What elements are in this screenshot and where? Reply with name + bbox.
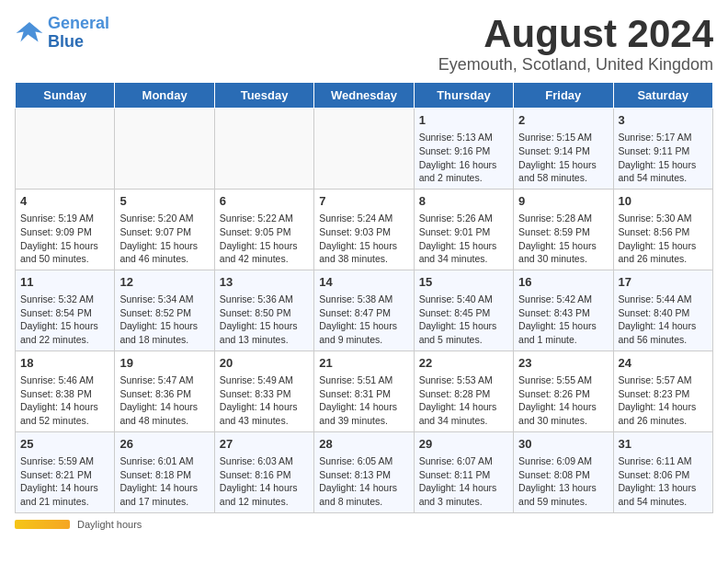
cell-1-0: 4Sunrise: 5:19 AM Sunset: 9:09 PM Daylig…: [16, 189, 115, 270]
day-number: 9: [518, 193, 608, 210]
header-monday: Monday: [115, 83, 214, 109]
day-info: Sunrise: 5:38 AM Sunset: 8:47 PM Dayligh…: [319, 293, 408, 347]
day-info: Sunrise: 5:36 AM Sunset: 8:50 PM Dayligh…: [220, 293, 309, 347]
day-info: Sunrise: 5:26 AM Sunset: 9:01 PM Dayligh…: [419, 212, 508, 266]
header-wednesday: Wednesday: [314, 83, 414, 109]
day-info: Sunrise: 6:05 AM Sunset: 8:13 PM Dayligh…: [319, 454, 408, 509]
cell-0-4: 1Sunrise: 5:13 AM Sunset: 9:16 PM Daylig…: [414, 109, 513, 190]
day-number: 1: [419, 112, 508, 129]
day-info: Sunrise: 5:42 AM Sunset: 8:43 PM Dayligh…: [518, 293, 608, 347]
day-number: 13: [220, 274, 309, 291]
daylight-bar-icon: [15, 520, 70, 529]
logo-text: General Blue: [48, 15, 109, 52]
cell-3-4: 22Sunrise: 5:53 AM Sunset: 8:28 PM Dayli…: [414, 350, 513, 431]
day-info: Sunrise: 5:30 AM Sunset: 8:56 PM Dayligh…: [619, 212, 708, 266]
day-info: Sunrise: 6:07 AM Sunset: 8:11 PM Dayligh…: [419, 454, 508, 509]
cell-2-3: 14Sunrise: 5:38 AM Sunset: 8:47 PM Dayli…: [314, 270, 414, 350]
cell-4-6: 31Sunrise: 6:11 AM Sunset: 8:06 PM Dayli…: [613, 431, 712, 512]
week-row-2: 4Sunrise: 5:19 AM Sunset: 9:09 PM Daylig…: [16, 189, 713, 270]
cell-1-6: 10Sunrise: 5:30 AM Sunset: 8:56 PM Dayli…: [613, 189, 712, 270]
day-info: Sunrise: 5:13 AM Sunset: 9:16 PM Dayligh…: [419, 131, 508, 185]
header-thursday: Thursday: [414, 83, 513, 109]
calendar-table: Sunday Monday Tuesday Wednesday Thursday…: [15, 82, 713, 513]
cell-3-3: 21Sunrise: 5:51 AM Sunset: 8:31 PM Dayli…: [314, 350, 414, 431]
day-info: Sunrise: 5:44 AM Sunset: 8:40 PM Dayligh…: [619, 293, 708, 347]
day-info: Sunrise: 5:47 AM Sunset: 8:36 PM Dayligh…: [119, 373, 209, 428]
day-info: Sunrise: 5:57 AM Sunset: 8:23 PM Dayligh…: [619, 373, 708, 428]
day-info: Sunrise: 5:32 AM Sunset: 8:54 PM Dayligh…: [20, 293, 109, 347]
cell-2-2: 13Sunrise: 5:36 AM Sunset: 8:50 PM Dayli…: [214, 270, 313, 350]
day-info: Sunrise: 6:09 AM Sunset: 8:08 PM Dayligh…: [518, 454, 608, 509]
week-row-3: 11Sunrise: 5:32 AM Sunset: 8:54 PM Dayli…: [16, 270, 713, 350]
day-info: Sunrise: 5:49 AM Sunset: 8:33 PM Dayligh…: [220, 373, 309, 428]
cell-0-1: [115, 109, 214, 190]
day-info: Sunrise: 6:03 AM Sunset: 8:16 PM Dayligh…: [220, 454, 309, 509]
cell-3-1: 19Sunrise: 5:47 AM Sunset: 8:36 PM Dayli…: [115, 350, 214, 431]
day-number: 23: [518, 355, 608, 372]
day-info: Sunrise: 5:28 AM Sunset: 8:59 PM Dayligh…: [518, 212, 608, 266]
day-number: 15: [419, 274, 508, 291]
calendar-header: Sunday Monday Tuesday Wednesday Thursday…: [16, 83, 713, 109]
cell-2-0: 11Sunrise: 5:32 AM Sunset: 8:54 PM Dayli…: [16, 270, 115, 350]
day-number: 28: [319, 436, 408, 453]
day-info: Sunrise: 5:20 AM Sunset: 9:07 PM Dayligh…: [119, 212, 209, 266]
day-number: 27: [220, 436, 309, 453]
cell-1-3: 7Sunrise: 5:24 AM Sunset: 9:03 PM Daylig…: [314, 189, 414, 270]
cell-3-0: 18Sunrise: 5:46 AM Sunset: 8:38 PM Dayli…: [16, 350, 115, 431]
day-number: 20: [220, 355, 309, 372]
day-number: 30: [518, 436, 608, 453]
calendar-body: 1Sunrise: 5:13 AM Sunset: 9:16 PM Daylig…: [16, 109, 713, 513]
day-number: 4: [20, 193, 109, 210]
day-number: 12: [119, 274, 209, 291]
day-number: 19: [119, 355, 209, 372]
cell-4-1: 26Sunrise: 6:01 AM Sunset: 8:18 PM Dayli…: [115, 431, 214, 512]
day-info: Sunrise: 5:46 AM Sunset: 8:38 PM Dayligh…: [20, 373, 109, 428]
title-area: August 2024 Eyemouth, Scotland, United K…: [438, 15, 713, 75]
cell-0-6: 3Sunrise: 5:17 AM Sunset: 9:11 PM Daylig…: [613, 109, 712, 190]
day-info: Sunrise: 5:24 AM Sunset: 9:03 PM Dayligh…: [319, 212, 408, 266]
header-row: Sunday Monday Tuesday Wednesday Thursday…: [16, 83, 713, 109]
day-info: Sunrise: 5:15 AM Sunset: 9:14 PM Dayligh…: [518, 131, 608, 185]
day-number: 2: [518, 112, 608, 129]
cell-3-2: 20Sunrise: 5:49 AM Sunset: 8:33 PM Dayli…: [214, 350, 313, 431]
cell-1-5: 9Sunrise: 5:28 AM Sunset: 8:59 PM Daylig…: [514, 189, 613, 270]
day-number: 8: [419, 193, 508, 210]
cell-1-1: 5Sunrise: 5:20 AM Sunset: 9:07 PM Daylig…: [115, 189, 214, 270]
cell-4-4: 29Sunrise: 6:07 AM Sunset: 8:11 PM Dayli…: [414, 431, 513, 512]
cell-3-6: 24Sunrise: 5:57 AM Sunset: 8:23 PM Dayli…: [613, 350, 712, 431]
day-number: 24: [619, 355, 708, 372]
cell-2-1: 12Sunrise: 5:34 AM Sunset: 8:52 PM Dayli…: [115, 270, 214, 350]
day-info: Sunrise: 5:17 AM Sunset: 9:11 PM Dayligh…: [619, 131, 708, 185]
cell-2-5: 16Sunrise: 5:42 AM Sunset: 8:43 PM Dayli…: [514, 270, 613, 350]
week-row-5: 25Sunrise: 5:59 AM Sunset: 8:21 PM Dayli…: [16, 431, 713, 512]
day-number: 25: [20, 436, 109, 453]
header-sunday: Sunday: [16, 83, 115, 109]
logo-icon: [15, 18, 44, 48]
day-number: 14: [319, 274, 408, 291]
cell-4-5: 30Sunrise: 6:09 AM Sunset: 8:08 PM Dayli…: [514, 431, 613, 512]
day-number: 3: [619, 112, 708, 129]
day-info: Sunrise: 5:55 AM Sunset: 8:26 PM Dayligh…: [518, 373, 608, 428]
day-number: 18: [20, 355, 109, 372]
cell-2-4: 15Sunrise: 5:40 AM Sunset: 8:45 PM Dayli…: [414, 270, 513, 350]
day-info: Sunrise: 5:34 AM Sunset: 8:52 PM Dayligh…: [119, 293, 209, 347]
header-saturday: Saturday: [613, 83, 712, 109]
svg-marker-0: [17, 22, 43, 42]
day-number: 26: [119, 436, 209, 453]
week-row-4: 18Sunrise: 5:46 AM Sunset: 8:38 PM Dayli…: [16, 350, 713, 431]
cell-0-0: [16, 109, 115, 190]
day-number: 6: [220, 193, 309, 210]
day-number: 10: [619, 193, 708, 210]
cell-4-2: 27Sunrise: 6:03 AM Sunset: 8:16 PM Dayli…: [214, 431, 313, 512]
cell-1-2: 6Sunrise: 5:22 AM Sunset: 9:05 PM Daylig…: [214, 189, 313, 270]
day-number: 17: [619, 274, 708, 291]
day-number: 7: [319, 193, 408, 210]
header-tuesday: Tuesday: [214, 83, 313, 109]
footer: Daylight hours: [15, 519, 713, 530]
day-number: 5: [119, 193, 209, 210]
calendar-title: August 2024: [438, 15, 713, 53]
day-number: 16: [518, 274, 608, 291]
cell-0-3: [314, 109, 414, 190]
day-number: 11: [20, 274, 109, 291]
cell-0-5: 2Sunrise: 5:15 AM Sunset: 9:14 PM Daylig…: [514, 109, 613, 190]
